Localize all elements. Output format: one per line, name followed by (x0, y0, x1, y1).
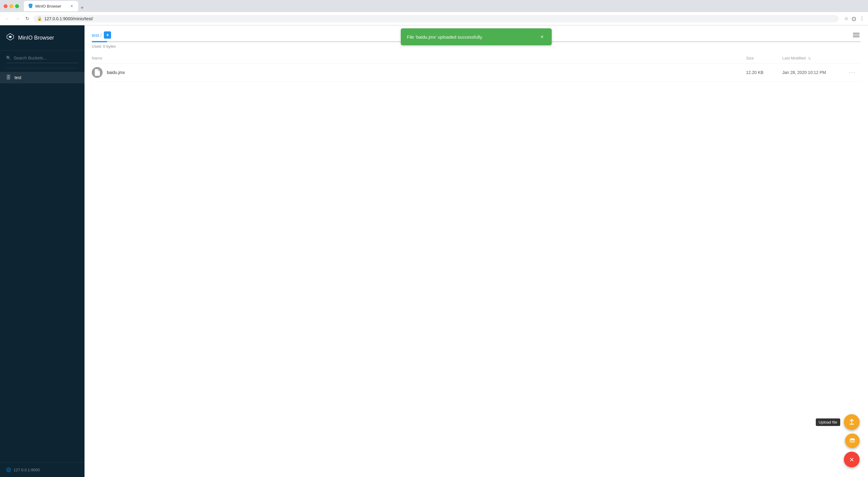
more-options-icon[interactable]: ⋮ (860, 16, 864, 22)
sort-icon[interactable]: ⇅ (808, 56, 811, 61)
file-modified-value: Jan 28, 2020 10:12 PM (782, 70, 826, 75)
svg-point-1 (850, 438, 855, 440)
main-header: test / + File 'baidu.jmx' uploaded succe… (85, 25, 868, 39)
menu-line-1 (853, 33, 860, 33)
tab-favicon: 🪣 (28, 4, 33, 8)
lock-icon: 🔒 (37, 16, 42, 21)
sidebar-header: MinIO Browser (0, 25, 85, 51)
bucket-icon: 🗄 (6, 75, 11, 80)
breadcrumb: test / + (92, 31, 111, 39)
col-actions-header (849, 54, 861, 63)
file-table: Name Size Last Modified ⇅ (92, 54, 861, 82)
browser-tab[interactable]: 🪣 MinIO Browser ✕ (24, 1, 78, 11)
search-wrap: 🔍 (6, 56, 79, 63)
app: MinIO Browser 🔍 🗄 test 🌐 127.0.0.1:9000 … (0, 25, 868, 477)
minimize-window-button[interactable] (9, 4, 13, 8)
table-row[interactable]: baidu.jmx 12.20 KB Jan 28, 2020 10:12 PM… (92, 63, 861, 82)
create-folder-button[interactable]: + (104, 31, 111, 39)
file-modified-cell: Jan 28, 2020 10:12 PM (782, 63, 849, 82)
col-size-header[interactable]: Size (746, 54, 782, 63)
usage-bar-fill (92, 41, 107, 42)
address-input[interactable] (44, 16, 835, 21)
storage-fab-row (845, 434, 860, 448)
address-right-icons: ☆ ⊙ ⋮ (844, 15, 864, 22)
col-name-header[interactable]: Name (92, 54, 746, 63)
main-menu-button[interactable] (852, 32, 861, 38)
fab-container: Upload file (816, 414, 860, 467)
forward-button[interactable]: → (14, 15, 21, 23)
bucket-list: 🗄 test (0, 68, 85, 462)
address-input-wrap: 🔒 (33, 15, 839, 22)
file-table-body: baidu.jmx 12.20 KB Jan 28, 2020 10:12 PM… (92, 63, 861, 82)
upload-fab-row: Upload file (816, 414, 860, 430)
close-fab-button[interactable]: × (844, 452, 860, 467)
minio-logo (6, 33, 14, 43)
new-tab-button[interactable]: + (78, 5, 86, 11)
file-name-cell: baidu.jmx (92, 63, 746, 82)
reload-button[interactable]: ↻ (24, 14, 30, 23)
upload-file-button[interactable] (844, 414, 860, 430)
main-content: test / + File 'baidu.jmx' uploaded succe… (85, 25, 868, 477)
file-size-cell: 12.20 KB (746, 63, 782, 82)
maximize-window-button[interactable] (15, 4, 19, 8)
upload-tooltip: Upload file (816, 418, 840, 426)
globe-icon: 🌐 (6, 467, 11, 472)
svg-rect-0 (849, 424, 854, 425)
sidebar-search: 🔍 (0, 51, 85, 68)
title-bar: 🪣 MinIO Browser ✕ + (0, 0, 868, 12)
toast-close-button[interactable]: × (538, 33, 546, 40)
close-window-button[interactable] (4, 4, 7, 8)
tab-title: MinIO Browser (35, 4, 67, 8)
address-bar: ← → ↻ 🔒 ☆ ⊙ ⋮ (0, 12, 868, 25)
close-fab-row: × (844, 452, 860, 467)
file-icon (92, 67, 103, 78)
back-button[interactable]: ← (4, 15, 11, 23)
traffic-lights (4, 4, 19, 8)
bucket-name: test (14, 75, 22, 80)
menu-line-3 (853, 36, 860, 37)
menu-line-2 (853, 35, 860, 35)
breadcrumb-separator: / (100, 33, 101, 38)
sidebar-footer: 🌐 127.0.0.1:9000 (0, 462, 85, 477)
file-table-container: Name Size Last Modified ⇅ (85, 49, 868, 477)
search-icon: 🔍 (6, 56, 11, 60)
server-address: 127.0.0.1:9000 (13, 468, 40, 472)
tab-bar: 🪣 MinIO Browser ✕ + (22, 1, 89, 11)
sidebar: MinIO Browser 🔍 🗄 test 🌐 127.0.0.1:9000 (0, 25, 85, 477)
browser-chrome: 🪣 MinIO Browser ✕ + ← → ↻ 🔒 ☆ ⊙ ⋮ (0, 0, 868, 25)
search-input[interactable] (13, 56, 79, 60)
file-name-label: baidu.jmx (107, 70, 125, 75)
file-size-value: 12.20 KB (746, 70, 764, 75)
toast-message: File 'baidu.jmx' uploaded successfully. (407, 34, 483, 39)
upload-success-toast: File 'baidu.jmx' uploaded successfully. … (401, 28, 552, 45)
file-actions-button[interactable]: ··· (849, 69, 856, 76)
bookmark-icon[interactable]: ☆ (844, 16, 848, 22)
profile-icon[interactable]: ⊙ (851, 15, 857, 22)
table-header-row: Name Size Last Modified ⇅ (92, 54, 861, 63)
bucket-item-test[interactable]: 🗄 test (0, 72, 85, 83)
file-actions-cell: ··· (849, 63, 861, 82)
close-icon: × (849, 455, 854, 464)
storage-button[interactable] (845, 434, 860, 448)
col-modified-header[interactable]: Last Modified ⇅ (782, 54, 849, 63)
tab-close-button[interactable]: ✕ (69, 4, 74, 8)
breadcrumb-bucket-link[interactable]: test (92, 33, 99, 38)
sidebar-title: MinIO Browser (18, 35, 54, 41)
